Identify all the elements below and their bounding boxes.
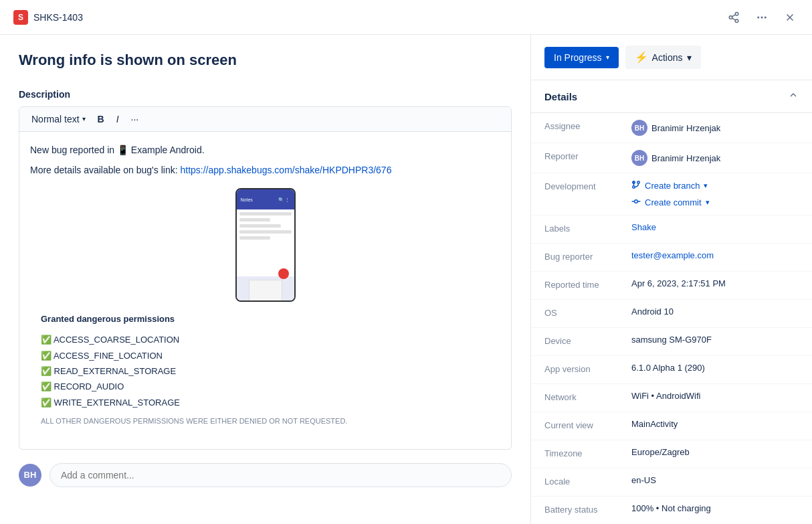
labels-label: Labels [544, 222, 631, 234]
development-value: Create branch ▾ Create commit ▾ [631, 180, 799, 208]
labels-value: Shake [631, 222, 799, 232]
battery-row: Battery status 100% • Not charging [531, 497, 812, 524]
current-view-row: Current view MainActivity [531, 412, 812, 440]
screenshot-container: Notes 🔍 ⋮ [30, 188, 500, 302]
timezone-value: Europe/Zagreb [631, 447, 799, 457]
assignee-label: Assignee [544, 120, 631, 131]
assignee-row: Assignee BH Branimir Hrzenjak [531, 113, 812, 143]
svg-line-4 [732, 14, 735, 16]
reported-time-value: Apr 6, 2023, 2:17:51 PM [631, 278, 799, 288]
comment-input[interactable] [49, 463, 512, 487]
phone-screenshot: Notes 🔍 ⋮ [235, 188, 296, 302]
phone-top-bar: Notes 🔍 ⋮ [237, 189, 294, 209]
development-row: Development Create branch ▾ [531, 173, 812, 215]
list-item: ✅ ACCESS_COARSE_LOCATION [41, 332, 490, 347]
comment-box: BH [19, 463, 512, 487]
phone-body [237, 276, 294, 302]
network-row: Network WiFi • AndroidWifi [531, 384, 812, 412]
svg-point-12 [633, 186, 635, 189]
app-version-label: App version [544, 363, 631, 374]
more-formatting-button[interactable]: ··· [126, 111, 144, 127]
editor-body[interactable]: New bug reported in 📱 Example Android. M… [19, 132, 511, 449]
issue-id: SHKS-1403 [33, 12, 83, 23]
phone-fab-button [278, 268, 289, 279]
right-sidebar: In Progress ▾ ⚡ Actions ▾ Details Assign… [531, 35, 812, 524]
share-icon [728, 11, 740, 23]
development-label: Development [544, 180, 631, 191]
collapse-button[interactable] [788, 90, 799, 103]
device-value: samsung SM-G970F [631, 335, 799, 345]
bug-reporter-email[interactable]: tester@example.com [631, 250, 714, 260]
app-version-value: 6.1.0 Alpha 1 (290) [631, 363, 799, 373]
create-commit-link[interactable]: Create commit [645, 197, 702, 207]
body-line2: More details available on bug's link: ht… [30, 163, 500, 177]
content-line [239, 224, 281, 228]
content-line [239, 218, 271, 222]
bold-button[interactable]: B [92, 111, 110, 127]
bug-link[interactable]: https://app.shakebugs.com/shake/HKPDHPR3… [180, 165, 391, 175]
os-label: OS [544, 307, 631, 318]
shake-label[interactable]: Shake [631, 222, 656, 232]
list-item: ✅ ACCESS_FINE_LOCATION [41, 348, 490, 363]
svg-point-11 [637, 181, 640, 184]
share-button[interactable] [725, 9, 742, 26]
locale-label: Locale [544, 475, 631, 487]
create-branch-link[interactable]: Create branch [645, 181, 700, 191]
assignee-value: BH Branimir Hrzenjak [631, 120, 799, 136]
body-line1: New bug reported in 📱 Example Android. [30, 143, 500, 157]
top-bar: S SHKS-1403 [0, 0, 812, 35]
chevron-down-icon: ▾ [706, 198, 710, 207]
network-label: Network [544, 391, 631, 402]
avatar: BH [19, 464, 41, 487]
bug-reporter-value: tester@example.com [631, 250, 799, 260]
more-icon [756, 11, 768, 23]
svg-point-2 [735, 19, 738, 23]
reported-time-label: Reported time [544, 278, 631, 290]
current-view-label: Current view [544, 419, 631, 430]
chevron-down-icon: ▾ [687, 52, 692, 63]
svg-line-3 [732, 18, 735, 20]
permissions-note: ALL OTHER DANGEROUS PERMISSIONS WERE EIT… [41, 416, 490, 428]
details-panel: Assignee BH Branimir Hrzenjak Reporter B… [531, 113, 812, 524]
assignee-avatar: BH [631, 120, 647, 136]
device-row: Device samsung SM-G970F [531, 328, 812, 356]
os-value: Android 10 [631, 307, 799, 317]
dev-links: Create branch ▾ Create commit ▾ [631, 180, 710, 208]
text-style-dropdown[interactable]: Normal text ▾ [26, 111, 91, 127]
italic-button[interactable]: I [111, 111, 124, 127]
svg-point-0 [735, 12, 738, 15]
device-label: Device [544, 335, 631, 346]
chevron-up-icon [788, 90, 799, 100]
locale-value: en-US [631, 475, 799, 485]
chevron-down-icon: ▾ [606, 54, 609, 61]
reporter-value: BH Branimir Hrzenjak [631, 150, 799, 166]
svg-point-7 [765, 16, 767, 18]
top-bar-right [725, 9, 799, 26]
top-bar-left: S SHKS-1403 [13, 10, 83, 25]
chevron-down-icon: ▾ [704, 181, 708, 190]
svg-point-5 [757, 16, 759, 18]
more-options-button[interactable] [753, 9, 771, 26]
in-progress-button[interactable]: In Progress ▾ [544, 47, 619, 68]
list-item: ✅ READ_EXTERNAL_STORAGE [41, 363, 490, 379]
os-row: OS Android 10 [531, 300, 812, 328]
svg-point-6 [761, 16, 763, 18]
close-icon [784, 11, 796, 23]
close-button[interactable] [781, 9, 799, 26]
actions-button[interactable]: ⚡ Actions ▾ [625, 46, 701, 69]
list-item: ✅ WRITE_EXTERNAL_STORAGE [41, 395, 490, 410]
battery-label: Battery status [544, 503, 631, 515]
content-line [239, 236, 271, 240]
chevron-down-icon: ▾ [82, 115, 86, 122]
phone-content-area [237, 209, 294, 276]
reported-time-row: Reported time Apr 6, 2023, 2:17:51 PM [531, 272, 812, 300]
bug-reporter-label: Bug reporter [544, 250, 631, 262]
editor-toolbar: Normal text ▾ B I ··· [19, 107, 511, 132]
timezone-label: Timezone [544, 447, 631, 458]
page-title: Wrong info is shown on screen [19, 51, 512, 70]
permissions-section: Granted dangerous permissions ✅ ACCESS_C… [30, 313, 500, 438]
content-line [239, 212, 292, 215]
battery-value: 100% • Not charging [631, 503, 799, 513]
create-commit-item: Create commit ▾ [631, 197, 710, 208]
create-branch-item: Create branch ▾ [631, 180, 710, 191]
